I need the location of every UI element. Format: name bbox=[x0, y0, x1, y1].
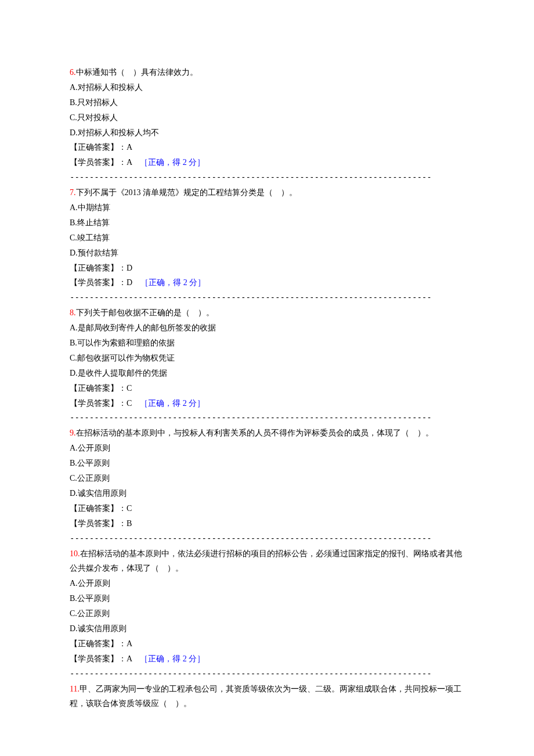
separator: ----------------------------------------… bbox=[70, 667, 464, 682]
question-number: 6. bbox=[70, 68, 76, 77]
correct-mark: ［正确，得 2 分］ bbox=[140, 399, 205, 408]
option-b: B.可以作为索赔和理赔的依据 bbox=[70, 336, 464, 351]
question-number: 11. bbox=[70, 685, 80, 693]
student-answer-value: B bbox=[127, 519, 132, 528]
correct-mark: ［正确，得 2 分］ bbox=[140, 278, 205, 287]
question-11: 11.甲、乙两家为同一专业的工程承包公司，其资质等级依次为一级、二级。两家组成联… bbox=[70, 682, 464, 712]
student-answer-label: 【学员答案】： bbox=[70, 654, 127, 663]
correct-answer-label: 【正确答案】： bbox=[70, 143, 127, 152]
question-number: 7. bbox=[70, 188, 76, 197]
correct-answer-line: 【正确答案】：C bbox=[70, 501, 464, 516]
question-text: 在招标活动的基本原则中，与投标人有利害关系的人员不得作为评标委员会的成员，体现了… bbox=[76, 429, 434, 437]
correct-answer-line: 【正确答案】：A bbox=[70, 140, 464, 155]
option-d: D.是收件人提取邮件的凭据 bbox=[70, 366, 464, 381]
student-answer-label: 【学员答案】： bbox=[70, 278, 127, 287]
option-d: D.诚实信用原则 bbox=[70, 621, 464, 636]
exam-page: 6.中标通知书（ ）具有法律效力。 A.对招标人和投标人 B.只对招标人 C.只… bbox=[0, 0, 534, 756]
student-answer-label: 【学员答案】： bbox=[70, 399, 127, 408]
correct-answer-label: 【正确答案】： bbox=[70, 639, 127, 648]
student-answer-label: 【学员答案】： bbox=[70, 158, 127, 167]
correct-answer-label: 【正确答案】： bbox=[70, 384, 127, 393]
option-d: D.对招标人和投标人均不 bbox=[70, 125, 464, 141]
question-stem: 8.下列关于邮包收据不正确的是（ ）。 bbox=[70, 305, 464, 321]
option-c: C.竣工结算 bbox=[70, 231, 464, 246]
question-number: 9. bbox=[70, 429, 76, 437]
question-stem: 10.在招标活动的基本原则中，依法必须进行招标的项目的招标公告，必须通过国家指定… bbox=[70, 546, 464, 577]
option-a: A.是邮局收到寄件人的邮包所签发的收据 bbox=[70, 321, 464, 336]
option-d: D.预付款结算 bbox=[70, 246, 464, 261]
correct-mark: ［正确，得 2 分］ bbox=[140, 158, 205, 167]
question-number: 10. bbox=[70, 549, 80, 558]
correct-answer-value: A bbox=[127, 143, 132, 152]
student-answer-label: 【学员答案】： bbox=[70, 519, 127, 528]
correct-answer-label: 【正确答案】： bbox=[70, 504, 127, 513]
question-text: 在招标活动的基本原则中，依法必须进行招标的项目的招标公告，必须通过国家指定的报刊… bbox=[70, 549, 462, 573]
question-7: 7.下列不属于《2013 清单规范》规定的工程结算分类是（ ）。 A.中期结算 … bbox=[70, 185, 464, 305]
student-answer-line: 【学员答案】：A ［正确，得 2 分］ bbox=[70, 155, 464, 170]
separator: ----------------------------------------… bbox=[70, 411, 464, 426]
option-a: A.公开原则 bbox=[70, 576, 464, 591]
question-6: 6.中标通知书（ ）具有法律效力。 A.对招标人和投标人 B.只对招标人 C.只… bbox=[70, 65, 464, 185]
question-stem: 7.下列不属于《2013 清单规范》规定的工程结算分类是（ ）。 bbox=[70, 185, 464, 200]
option-b: B.公平原则 bbox=[70, 456, 464, 471]
correct-answer-value: C bbox=[127, 504, 132, 513]
option-a: A.公开原则 bbox=[70, 441, 464, 456]
option-b: B.只对招标人 bbox=[70, 95, 464, 110]
correct-answer-label: 【正确答案】： bbox=[70, 264, 127, 272]
student-answer-line: 【学员答案】：B bbox=[70, 516, 464, 531]
correct-answer-value: A bbox=[127, 639, 132, 648]
student-answer-value: C bbox=[127, 399, 132, 408]
student-answer-value: A bbox=[127, 654, 132, 663]
option-b: B.公平原则 bbox=[70, 591, 464, 606]
student-answer-value: D bbox=[127, 278, 132, 287]
option-b: B.终止结算 bbox=[70, 215, 464, 231]
question-text: 中标通知书（ ）具有法律效力。 bbox=[76, 68, 198, 77]
question-stem: 11.甲、乙两家为同一专业的工程承包公司，其资质等级依次为一级、二级。两家组成联… bbox=[70, 682, 464, 712]
correct-answer-line: 【正确答案】：C bbox=[70, 381, 464, 396]
separator: ----------------------------------------… bbox=[70, 170, 464, 185]
option-d: D.诚实信用原则 bbox=[70, 486, 464, 501]
student-answer-line: 【学员答案】：C ［正确，得 2 分］ bbox=[70, 396, 464, 411]
option-c: C.邮包收据可以作为物权凭证 bbox=[70, 351, 464, 366]
separator: ----------------------------------------… bbox=[70, 290, 464, 305]
option-a: A.中期结算 bbox=[70, 200, 464, 215]
option-a: A.对招标人和投标人 bbox=[70, 80, 464, 95]
correct-answer-value: D bbox=[127, 264, 132, 272]
correct-answer-line: 【正确答案】：D bbox=[70, 261, 464, 276]
question-text: 下列不属于《2013 清单规范》规定的工程结算分类是（ ）。 bbox=[76, 188, 298, 197]
question-number: 8. bbox=[70, 308, 76, 317]
option-c: C.公正原则 bbox=[70, 606, 464, 621]
student-answer-line: 【学员答案】：A ［正确，得 2 分］ bbox=[70, 651, 464, 667]
student-answer-line: 【学员答案】：D ［正确，得 2 分］ bbox=[70, 275, 464, 290]
question-10: 10.在招标活动的基本原则中，依法必须进行招标的项目的招标公告，必须通过国家指定… bbox=[70, 546, 464, 682]
question-8: 8.下列关于邮包收据不正确的是（ ）。 A.是邮局收到寄件人的邮包所签发的收据 … bbox=[70, 305, 464, 426]
option-c: C.只对投标人 bbox=[70, 110, 464, 125]
correct-mark: ［正确，得 2 分］ bbox=[140, 654, 205, 663]
correct-answer-value: C bbox=[127, 384, 132, 393]
correct-answer-line: 【正确答案】：A bbox=[70, 636, 464, 651]
student-answer-value: A bbox=[127, 158, 132, 167]
question-stem: 6.中标通知书（ ）具有法律效力。 bbox=[70, 65, 464, 80]
question-text: 下列关于邮包收据不正确的是（ ）。 bbox=[76, 308, 214, 317]
separator: ----------------------------------------… bbox=[70, 531, 464, 546]
question-stem: 9.在招标活动的基本原则中，与投标人有利害关系的人员不得作为评标委员会的成员，体… bbox=[70, 426, 464, 441]
question-9: 9.在招标活动的基本原则中，与投标人有利害关系的人员不得作为评标委员会的成员，体… bbox=[70, 426, 464, 546]
question-text: 甲、乙两家为同一专业的工程承包公司，其资质等级依次为一级、二级。两家组成联合体，… bbox=[70, 685, 461, 708]
option-c: C.公正原则 bbox=[70, 471, 464, 486]
